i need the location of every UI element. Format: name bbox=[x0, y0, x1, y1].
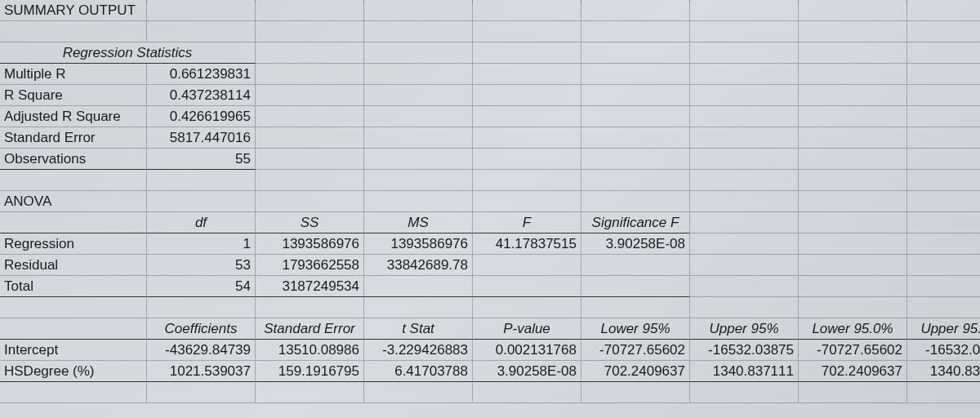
empty-cell[interactable] bbox=[907, 64, 980, 85]
coeff-header: Coefficients bbox=[147, 318, 256, 340]
empty-cell[interactable] bbox=[256, 297, 364, 318]
empty-cell[interactable] bbox=[581, 297, 690, 318]
empty-cell[interactable] bbox=[256, 127, 364, 149]
empty-cell[interactable] bbox=[799, 85, 907, 106]
empty-cell[interactable] bbox=[907, 170, 980, 191]
empty-cell[interactable] bbox=[473, 297, 581, 318]
empty-cell[interactable] bbox=[364, 191, 473, 212]
empty-cell[interactable] bbox=[581, 127, 690, 149]
empty-cell[interactable] bbox=[473, 382, 581, 403]
empty-cell[interactable] bbox=[256, 191, 364, 212]
empty-cell[interactable] bbox=[473, 85, 581, 106]
empty-cell[interactable] bbox=[907, 255, 980, 276]
empty-cell[interactable] bbox=[581, 42, 690, 64]
empty-cell[interactable] bbox=[907, 21, 980, 42]
grid[interactable]: SUMMARY OUTPUT Regression Statistics Mu bbox=[0, 0, 980, 403]
empty-cell[interactable] bbox=[690, 276, 799, 297]
empty-cell[interactable] bbox=[907, 276, 980, 297]
empty-cell[interactable] bbox=[907, 127, 980, 149]
empty-cell[interactable] bbox=[256, 64, 364, 85]
empty-cell[interactable] bbox=[147, 191, 256, 212]
empty-cell[interactable] bbox=[581, 64, 690, 85]
empty-cell[interactable] bbox=[364, 382, 473, 403]
empty-cell[interactable] bbox=[256, 85, 364, 106]
empty-cell[interactable] bbox=[690, 149, 799, 170]
empty-cell[interactable] bbox=[147, 297, 256, 318]
empty-cell[interactable] bbox=[256, 106, 364, 127]
empty-cell[interactable] bbox=[907, 233, 980, 255]
empty-cell[interactable] bbox=[581, 382, 690, 403]
empty-cell[interactable] bbox=[473, 149, 581, 170]
empty-cell[interactable] bbox=[799, 170, 907, 191]
empty-cell[interactable] bbox=[581, 106, 690, 127]
empty-cell[interactable] bbox=[147, 21, 256, 42]
empty-cell[interactable] bbox=[690, 42, 799, 64]
empty-cell[interactable] bbox=[690, 191, 799, 212]
empty-cell[interactable] bbox=[581, 149, 690, 170]
empty-cell[interactable] bbox=[256, 382, 364, 403]
empty-cell[interactable] bbox=[690, 106, 799, 127]
empty-cell[interactable] bbox=[690, 297, 799, 318]
empty-cell[interactable] bbox=[581, 191, 690, 212]
empty-cell[interactable] bbox=[690, 233, 799, 255]
empty-cell[interactable] bbox=[473, 42, 581, 64]
empty-cell[interactable] bbox=[256, 149, 364, 170]
empty-cell[interactable] bbox=[0, 21, 147, 42]
empty-cell[interactable] bbox=[0, 170, 147, 191]
empty-cell[interactable] bbox=[907, 297, 980, 318]
empty-cell[interactable] bbox=[364, 170, 473, 191]
empty-cell[interactable] bbox=[364, 127, 473, 149]
empty-cell[interactable] bbox=[690, 255, 799, 276]
empty-cell[interactable] bbox=[364, 149, 473, 170]
empty-cell[interactable] bbox=[799, 297, 907, 318]
empty-cell[interactable] bbox=[147, 382, 256, 403]
empty-cell[interactable] bbox=[581, 170, 690, 191]
empty-cell[interactable] bbox=[690, 64, 799, 85]
empty-cell[interactable] bbox=[473, 106, 581, 127]
empty-cell[interactable] bbox=[473, 170, 581, 191]
empty-cell[interactable] bbox=[0, 382, 147, 403]
empty-cell[interactable] bbox=[256, 21, 364, 42]
empty-cell[interactable] bbox=[690, 85, 799, 106]
empty-cell[interactable] bbox=[907, 382, 980, 403]
empty-cell[interactable] bbox=[473, 127, 581, 149]
empty-cell[interactable] bbox=[799, 127, 907, 149]
empty-cell[interactable] bbox=[907, 106, 980, 127]
empty-cell[interactable] bbox=[799, 191, 907, 212]
empty-cell[interactable] bbox=[0, 297, 147, 318]
empty-cell[interactable] bbox=[473, 64, 581, 85]
empty-cell[interactable] bbox=[907, 85, 980, 106]
empty-cell[interactable] bbox=[799, 233, 907, 255]
empty-cell[interactable] bbox=[690, 127, 799, 149]
empty-cell[interactable] bbox=[690, 212, 799, 233]
empty-cell[interactable] bbox=[907, 149, 980, 170]
empty-cell[interactable] bbox=[581, 85, 690, 106]
empty-cell[interactable] bbox=[473, 191, 581, 212]
empty-cell[interactable] bbox=[799, 276, 907, 297]
empty-cell[interactable] bbox=[256, 170, 364, 191]
empty-cell[interactable] bbox=[799, 212, 907, 233]
empty-cell[interactable] bbox=[799, 64, 907, 85]
empty-cell[interactable] bbox=[799, 106, 907, 127]
empty-cell[interactable] bbox=[799, 149, 907, 170]
empty-cell[interactable] bbox=[690, 21, 799, 42]
empty-cell[interactable] bbox=[907, 42, 980, 64]
empty-cell[interactable] bbox=[690, 170, 799, 191]
empty-cell[interactable] bbox=[799, 42, 907, 64]
empty-cell[interactable] bbox=[364, 297, 473, 318]
empty-cell[interactable] bbox=[256, 42, 364, 64]
empty-cell[interactable] bbox=[147, 170, 256, 191]
empty-cell[interactable] bbox=[364, 85, 473, 106]
empty-cell[interactable] bbox=[364, 21, 473, 42]
empty-cell[interactable] bbox=[799, 382, 907, 403]
empty-cell[interactable] bbox=[907, 191, 980, 212]
empty-cell[interactable] bbox=[907, 212, 980, 233]
empty-cell[interactable] bbox=[581, 21, 690, 42]
empty-cell[interactable] bbox=[364, 106, 473, 127]
empty-cell[interactable] bbox=[690, 382, 799, 403]
empty-cell[interactable] bbox=[799, 255, 907, 276]
empty-cell[interactable] bbox=[364, 42, 473, 64]
empty-cell[interactable] bbox=[473, 21, 581, 42]
empty-cell[interactable] bbox=[364, 64, 473, 85]
empty-cell[interactable] bbox=[799, 21, 907, 42]
